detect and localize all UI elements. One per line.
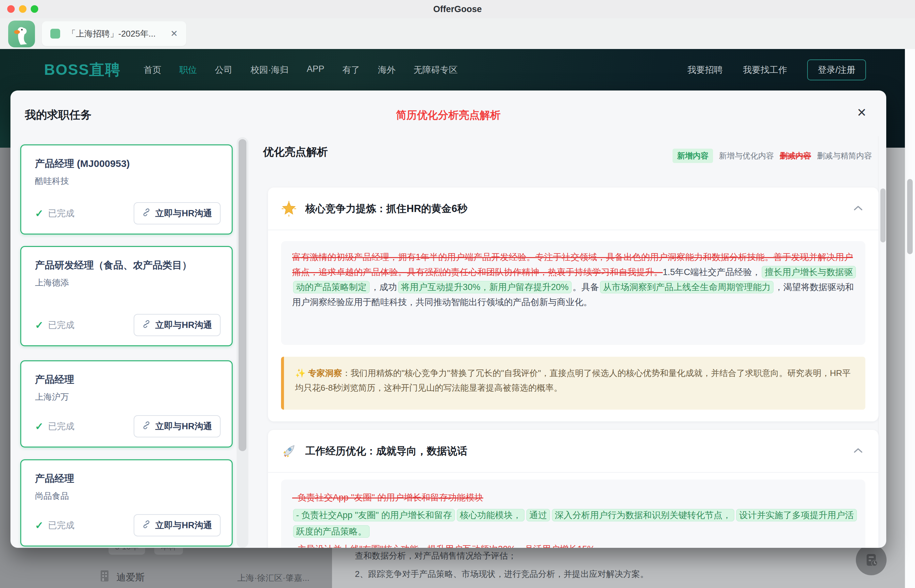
sidebar-scrollbar-thumb[interactable] [239,139,246,451]
check-icon: ✓ [35,420,44,433]
segment-normal: ，成功 [370,282,397,292]
job-card-row: ✓已完成立即与HR沟通 [35,415,221,438]
resume-analysis-modal: 我的求职任务 简历优化分析亮点解析 ✕ 产品经理 (MJ000953)酷哇科技✓… [10,90,886,548]
segment-added: 核心功能模块， [457,509,524,521]
chevron-up-icon[interactable] [853,205,863,213]
nav-item-7[interactable]: 无障碍专区 [413,64,457,76]
section-work-experience: 工作经历优化：成就导向，数据说话 - 负责社交App "友圈" 的用户增长和留存… [268,430,878,548]
link-icon [142,520,150,531]
job-card-title: 产品经理 [35,472,218,486]
tab-favicon [50,29,60,39]
chat-hr-button-label: 立即与HR沟通 [155,319,212,331]
para-b: - 负责社交App "友圈" 的用户增长和留存功能模块- 负责社交App "友圈… [281,480,865,548]
segment-added: 深入分析用户行为数据和识别关键转化节点， [552,509,734,521]
company-name[interactable]: 迪爱斯 [116,571,145,584]
status-badge: ✓已完成 [35,319,74,331]
boss-zhipin-logo[interactable]: BOSS直聘 [44,60,121,80]
job-card-row: ✓已完成立即与HR沟通 [35,514,221,536]
segment-added: 通过 [527,509,550,521]
job-card-title: 产品研发经理（食品、农产品类目） [35,258,218,273]
job-card-row: ✓已完成立即与HR沟通 [35,314,221,336]
segment-deleted: - 负责社交App "友圈" 的用户增长和留存功能模块 [292,493,483,502]
site-navbar: BOSS直聘 首页职位公司校园·海归APP有了海外无障碍专区 我要招聘 我要找工… [0,49,905,90]
job-description-line: 查和数据分析，对产品销售情况给予评估； [355,550,516,562]
modal-subtitle-red: 简历优化分析亮点解析 [10,108,886,123]
company-location: 上海·徐汇区·肇嘉... [237,572,309,584]
tab-close-icon[interactable]: ✕ [170,28,178,39]
job-card-row: ✓已完成立即与HR沟通 [35,202,221,225]
screen: OfferGoose 「上海招聘」-2025年... ✕ BOSS直聘 首页职位… [0,0,915,588]
status-label: 已完成 [48,519,74,531]
content-scrollbar-thumb[interactable] [880,189,886,242]
segment-added: - 负责社交App "友圈" 的用户增长和留存 [293,509,455,521]
status-label: 已完成 [48,420,74,432]
nav-item-3[interactable]: 校园·海归 [250,64,289,76]
titlebar: OfferGoose [0,0,915,19]
para-a: 富有激情的初级产品经理，拥有1年半的用户端产品开发经验。专注于社交领域，具备出色… [281,241,865,345]
nav-item-2[interactable]: 公司 [215,64,232,76]
window-scrollbar[interactable] [905,49,915,588]
nav-item-5[interactable]: 有了 [342,64,360,76]
browser-tab[interactable]: 「上海招聘」-2025年... ✕ [42,21,186,46]
modal-title: 我的求职任务 [25,107,92,123]
insight-label: ✨ 专家洞察 [295,368,342,378]
chevron-up-icon[interactable] [853,447,863,455]
chat-hr-button[interactable]: 立即与HR沟通 [134,415,221,438]
legend-removed-tag: 删减内容 [780,150,811,161]
job-task-card[interactable]: 产品经理 (MJ000953)酷哇科技✓已完成立即与HR沟通 [20,144,233,234]
job-task-card[interactable]: 产品研发经理（食品、农产品类目）上海德添✓已完成立即与HR沟通 [20,246,233,346]
optimized-line: - 主导设计并上线"友圈"核心功能，提升用户互动频次30%，月活用户增长15% [292,541,854,548]
floating-task-button[interactable] [856,544,887,575]
link-icon [142,421,150,432]
optimized-line: - 负责社交App "友圈" 的用户增长和留存功能模块 [292,489,854,506]
nav-item-0[interactable]: 首页 [144,64,161,76]
document-clock-icon [863,551,880,569]
section-header[interactable]: 工作经历优化：成就导向，数据说话 [268,430,878,473]
legend: 新增内容 新增与优化内容 删减内容 删减与精简内容 [673,149,872,163]
chat-hr-button[interactable]: 立即与HR沟通 [134,202,221,225]
status-badge: ✓已完成 [35,519,74,531]
legend-added-tag: 新增内容 [673,149,713,163]
job-task-card[interactable]: 产品经理尚品食品✓已完成立即与HR沟通 [20,459,233,546]
nav-item-4[interactable]: APP [307,64,324,76]
nav-item-1[interactable]: 职位 [179,64,197,76]
segment-deleted: - 主导设计并上线"友圈"核心功能，提升用户互动频次30%，月活用户增长15% [292,544,595,548]
job-card-company: 酷哇科技 [35,175,218,187]
window-scrollbar-thumb[interactable] [907,179,913,254]
chat-hr-button[interactable]: 立即与HR沟通 [134,314,221,336]
check-icon: ✓ [35,207,44,220]
window-title: OfferGoose [0,0,915,18]
nav-item-findjob[interactable]: 我要找工作 [743,64,787,76]
job-card-company: 上海德添 [35,277,218,288]
job-task-card[interactable]: 产品经理上海沪万✓已完成立即与HR沟通 [20,360,233,447]
login-register-button[interactable]: 登录/注册 [807,60,866,80]
nav-item-recruit[interactable]: 我要招聘 [687,64,723,76]
check-icon: ✓ [35,519,44,531]
expert-insight-box: ✨ 专家洞察：我们用精炼的"核心竞争力"替换了冗长的"自我评价"，直接点明了候选… [281,357,865,410]
goose-app-icon[interactable] [8,21,35,47]
chat-hr-button[interactable]: 立即与HR沟通 [134,514,221,536]
optimized-line: - 负责社交App "友圈" 的用户增长和留存核心功能模块，通过深入分析用户行为… [292,507,854,540]
status-badge: ✓已完成 [35,207,74,220]
segment-normal: 。具备 [572,282,599,292]
legend-removed-desc: 删减与精简内容 [817,150,872,161]
tab-strip: 「上海招聘」-2025年... ✕ [0,18,915,49]
status-label: 已完成 [48,207,74,219]
segment-added: 将用户互动提升30%，新用户留存提升20% [398,281,572,293]
tab-title: 「上海招聘」-2025年... [67,28,155,40]
modal-close-icon[interactable]: ✕ [855,105,868,120]
job-card-title: 产品经理 [35,372,218,387]
section-header[interactable]: 核心竞争力提炼：抓住HR的黄金6秒 [268,187,878,230]
link-icon [142,320,150,331]
page-title: 优化亮点解析 [263,145,328,160]
nav-right: 我要招聘 我要找工作 登录/注册 [687,60,866,80]
goose-icon [8,21,35,47]
legend-added-desc: 新增与优化内容 [719,150,774,161]
building-icon [98,569,111,583]
section-core-competency: 核心竞争力提炼：抓住HR的黄金6秒 富有激情的初级产品经理，拥有1年半的用户端产… [268,187,878,422]
nav-item-6[interactable]: 海外 [378,64,395,76]
section-title: 工作经历优化：成就导向，数据说话 [305,444,467,458]
chat-hr-button-label: 立即与HR沟通 [155,207,212,219]
nav-items: 首页职位公司校园·海归APP有了海外无障碍专区 [144,64,457,76]
check-icon: ✓ [35,319,44,331]
